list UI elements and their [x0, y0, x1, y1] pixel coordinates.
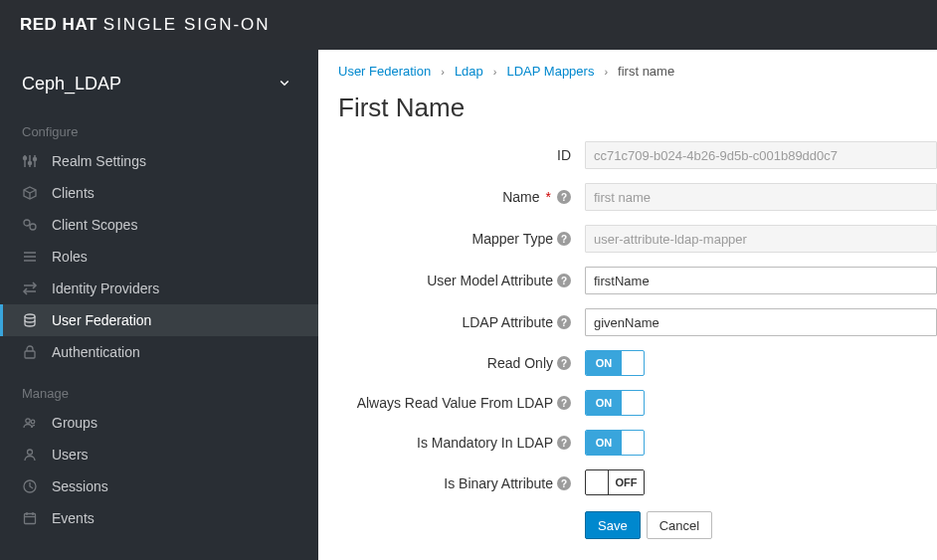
main-panel: User Federation › Ldap › LDAP Mappers › …	[318, 50, 937, 560]
breadcrumb-current: first name	[618, 64, 674, 79]
help-icon[interactable]: ?	[557, 396, 571, 410]
mapper-type-label: Mapper Type ?	[338, 231, 585, 247]
help-icon[interactable]: ?	[557, 436, 571, 450]
is-mandatory-toggle[interactable]: ON	[585, 430, 645, 456]
is-mandatory-label: Is Mandatory In LDAP ?	[338, 435, 585, 451]
brand-right: SINGLE SIGN-ON	[103, 15, 271, 35]
is-binary-toggle[interactable]: OFF	[585, 469, 645, 495]
sidebar-item-label: Roles	[52, 249, 88, 265]
svg-point-5	[34, 158, 37, 161]
chevron-right-icon: ›	[493, 66, 497, 78]
group-icon	[22, 415, 38, 431]
sidebar-item-authentication[interactable]: Authentication	[0, 336, 318, 368]
user-model-attribute-label: User Model Attribute ?	[338, 273, 585, 288]
realm-selector[interactable]: Ceph_LDAP	[0, 68, 318, 116]
lock-icon	[22, 344, 38, 360]
brand-logo: RED HAT SINGLE SIGN-ON	[20, 15, 271, 35]
sidebar: Ceph_LDAP Configure Realm Settings Clien…	[0, 50, 318, 560]
id-field	[585, 141, 937, 169]
breadcrumb-user-federation[interactable]: User Federation	[338, 64, 431, 79]
help-icon[interactable]: ?	[557, 274, 571, 287]
always-read-toggle[interactable]: ON	[585, 390, 645, 416]
brand-left: RED HAT	[20, 15, 97, 35]
help-icon[interactable]: ?	[557, 232, 571, 246]
section-configure: Configure	[0, 116, 318, 145]
id-label: ID	[338, 147, 585, 163]
cancel-button[interactable]: Cancel	[647, 511, 712, 539]
exchange-icon	[22, 280, 38, 296]
svg-rect-18	[25, 351, 35, 358]
list-icon	[22, 249, 38, 265]
mapper-type-field	[585, 225, 937, 253]
name-label: Name* ?	[338, 189, 585, 205]
svg-point-21	[28, 450, 33, 455]
calendar-icon	[22, 510, 38, 526]
sidebar-item-label: Events	[52, 510, 94, 526]
sidebar-item-label: Client Scopes	[52, 217, 137, 233]
svg-point-19	[26, 419, 30, 423]
svg-point-17	[25, 314, 35, 318]
sidebar-item-user-federation[interactable]: User Federation	[0, 304, 318, 336]
sidebar-item-label: Realm Settings	[52, 153, 146, 169]
help-icon[interactable]: ?	[557, 476, 571, 490]
help-icon[interactable]: ?	[557, 315, 571, 329]
help-icon[interactable]: ?	[557, 356, 571, 370]
sidebar-item-clients[interactable]: Clients	[0, 177, 318, 209]
svg-point-11	[30, 224, 36, 230]
save-button[interactable]: Save	[585, 511, 641, 539]
mapper-form: ID Name* ? Mapper Type ? User Mod	[338, 141, 937, 539]
svg-point-10	[24, 220, 30, 226]
breadcrumb-ldap-mappers[interactable]: LDAP Mappers	[506, 64, 594, 79]
sidebar-item-label: Clients	[52, 185, 94, 201]
breadcrumb-ldap[interactable]: Ldap	[455, 64, 483, 79]
svg-point-20	[31, 420, 35, 424]
chevron-down-icon	[279, 77, 290, 92]
sidebar-item-label: Users	[52, 447, 89, 463]
sidebar-item-label: Identity Providers	[52, 280, 159, 296]
ldap-attribute-label: LDAP Attribute ?	[338, 314, 585, 330]
svg-line-8	[30, 190, 36, 193]
sidebar-item-identity-providers[interactable]: Identity Providers	[0, 273, 318, 304]
sidebar-item-label: Groups	[52, 415, 97, 431]
page-title: First Name	[338, 93, 937, 123]
is-binary-label: Is Binary Attribute ?	[338, 475, 585, 491]
sidebar-item-label: Sessions	[52, 478, 108, 494]
read-only-label: Read Only ?	[338, 355, 585, 371]
svg-point-4	[29, 162, 32, 165]
realm-name: Ceph_LDAP	[22, 74, 121, 94]
sidebar-item-events[interactable]: Events	[0, 502, 318, 534]
read-only-toggle[interactable]: ON	[585, 350, 645, 376]
user-model-attribute-field[interactable]	[585, 267, 937, 294]
scopes-icon	[22, 217, 38, 233]
svg-point-3	[24, 157, 27, 160]
sidebar-item-label: User Federation	[52, 312, 151, 328]
svg-line-7	[24, 190, 30, 193]
database-icon	[22, 312, 38, 328]
sidebar-item-users[interactable]: Users	[0, 439, 318, 470]
help-icon[interactable]: ?	[557, 190, 571, 204]
clock-icon	[22, 478, 38, 494]
section-manage: Manage	[0, 378, 318, 407]
cube-icon	[22, 185, 38, 201]
sidebar-item-label: Authentication	[52, 344, 140, 360]
name-field	[585, 183, 937, 211]
sidebar-item-sessions[interactable]: Sessions	[0, 470, 318, 502]
always-read-label: Always Read Value From LDAP ?	[338, 395, 585, 411]
sidebar-item-client-scopes[interactable]: Client Scopes	[0, 209, 318, 241]
sidebar-item-groups[interactable]: Groups	[0, 407, 318, 439]
breadcrumb: User Federation › Ldap › LDAP Mappers › …	[338, 64, 937, 79]
ldap-attribute-field[interactable]	[585, 308, 937, 336]
chevron-right-icon: ›	[441, 66, 445, 78]
sidebar-item-realm-settings[interactable]: Realm Settings	[0, 145, 318, 177]
sidebar-item-roles[interactable]: Roles	[0, 241, 318, 273]
svg-rect-23	[25, 514, 36, 524]
user-icon	[22, 447, 38, 463]
chevron-right-icon: ›	[604, 66, 608, 78]
sliders-icon	[22, 153, 38, 169]
topbar: RED HAT SINGLE SIGN-ON	[0, 0, 937, 50]
